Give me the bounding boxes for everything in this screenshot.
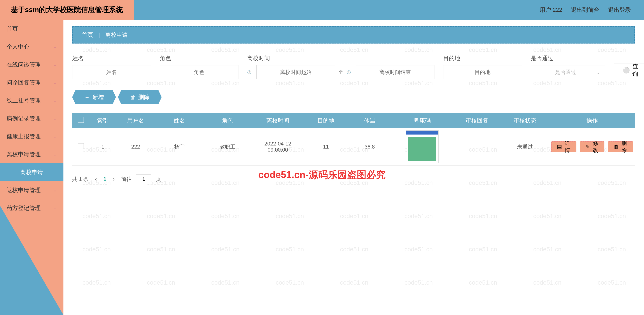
select-placeholder: 是否通过	[535, 69, 596, 76]
cell-review-status: 未通过	[501, 143, 549, 150]
breadcrumb: 首页 | 离校申请	[72, 26, 635, 44]
th-operations: 操作	[549, 117, 635, 124]
sidebar-item-leave-apply[interactable]: 离校申请管理⌄	[0, 145, 64, 163]
edit-button[interactable]: ✎修改	[580, 141, 604, 152]
filter-name: 姓名	[72, 54, 151, 79]
search-icon: ⚪	[623, 67, 630, 74]
sidebar-item-case-records[interactable]: 病例记录管理⌄	[0, 110, 64, 127]
back-to-front-link[interactable]: 退出到前台	[571, 6, 600, 14]
header-brand: 基于ssm的大学校医院信息管理系统	[0, 0, 134, 20]
breadcrumb-current: 离校申请	[105, 31, 128, 39]
th-health-code: 粤康码	[392, 117, 453, 124]
sidebar-submenu-leave-apply[interactable]: 离校申请	[0, 163, 64, 181]
filter-time-label: 离校时间	[247, 54, 434, 62]
top-header: 基于ssm的大学校医院信息管理系统 用户 222 退出到前台 退出登录	[0, 0, 644, 20]
goto-page-input[interactable]	[136, 174, 152, 184]
add-button[interactable]: ＋ 新增	[76, 90, 113, 104]
filter-dest-input[interactable]	[443, 65, 522, 79]
qr-code-thumbnail[interactable]	[406, 130, 438, 163]
filter-role-input[interactable]	[160, 65, 238, 79]
sidebar-submenu-label: 离校申请	[20, 168, 43, 176]
chevron-down-icon: ⌄	[53, 152, 57, 157]
cell-operations: ▤详情 ✎修改 🗑删除	[549, 141, 635, 152]
delete-button-label: 删除	[138, 94, 150, 101]
filter-time-end-input[interactable]	[356, 65, 434, 79]
table-header: 索引 用户名 姓名 角色 离校时间 目的地 体温 粤康码 审核回复 审核状态 操…	[72, 113, 635, 128]
th-review-status: 审核状态	[501, 117, 549, 124]
filter-bar: 姓名 角色 离校时间 🕐 至 🕐 目的地 是否通过 是否通过 ⌄	[72, 54, 635, 79]
cell-role: 教职工	[204, 143, 252, 150]
goto-prefix: 前往	[121, 176, 132, 183]
cell-leave-time: 2022-04-12 09:00:00	[252, 141, 304, 153]
sidebar-item-online-register[interactable]: 线上挂号管理⌄	[0, 92, 64, 110]
chevron-down-icon: ⌄	[53, 44, 57, 49]
sidebar-item-label: 健康上报管理	[6, 132, 41, 140]
sidebar-item-label: 返校申请管理	[6, 186, 41, 194]
op-label: 详情	[564, 140, 571, 154]
th-role: 角色	[204, 117, 252, 124]
filter-name-label: 姓名	[72, 54, 151, 62]
current-page[interactable]: 1	[104, 176, 106, 182]
sidebar-item-profile[interactable]: 个人中心⌄	[0, 38, 64, 56]
th-name: 姓名	[155, 117, 204, 124]
sidebar-item-consult-reply[interactable]: 问诊回复管理⌄	[0, 74, 64, 92]
filter-role-label: 角色	[160, 54, 238, 62]
cell-destination: 11	[304, 144, 348, 150]
cell-username: 222	[116, 144, 155, 150]
pagination-total: 共 1 条	[72, 176, 88, 183]
breadcrumb-separator: |	[98, 32, 100, 38]
filter-name-input[interactable]	[72, 65, 151, 79]
cell-health-code	[392, 128, 453, 166]
header-actions: 用户 222 退出到前台 退出登录	[134, 0, 644, 20]
table-row: 1 222 杨宇 教职工 2022-04-12 09:00:00 11 36.8…	[72, 128, 635, 166]
chevron-down-icon: ⌄	[53, 80, 57, 85]
sidebar-item-label: 线上挂号管理	[6, 97, 41, 104]
search-button-label: 查询	[632, 62, 638, 78]
filter-dest-label: 目的地	[443, 54, 522, 62]
th-review-reply: 审核回复	[453, 117, 501, 124]
breadcrumb-home[interactable]: 首页	[82, 31, 93, 39]
chevron-down-icon: ⌄	[53, 98, 57, 103]
sidebar-item-return-apply[interactable]: 返校申请管理⌄	[0, 181, 64, 199]
next-page-button[interactable]: ›	[111, 176, 117, 182]
sidebar-item-label: 在线问诊管理	[6, 61, 41, 68]
prev-page-button[interactable]: ‹	[93, 176, 99, 182]
op-label: 修改	[592, 140, 599, 154]
sidebar-item-online-consult[interactable]: 在线问诊管理⌄	[0, 56, 64, 74]
filter-time-start-input[interactable]	[256, 65, 335, 79]
sidebar-item-home[interactable]: 首页	[0, 20, 64, 38]
add-button-label: 新增	[92, 94, 104, 101]
pagination: 共 1 条 ‹ 1 › 前往 页	[72, 174, 635, 184]
delete-button[interactable]: 🗑 删除	[121, 90, 158, 104]
edit-icon: ✎	[586, 144, 590, 150]
clock-icon: 🕐	[247, 70, 252, 74]
sidebar-item-health-report[interactable]: 健康上报管理⌄	[0, 127, 64, 145]
data-table: 索引 用户名 姓名 角色 离校时间 目的地 体温 粤康码 审核回复 审核状态 操…	[72, 113, 635, 166]
filter-pass-select[interactable]: 是否通过 ⌄	[531, 65, 605, 79]
cell-index: 1	[90, 144, 116, 150]
chevron-down-icon: ⌄	[53, 62, 57, 67]
detail-icon: ▤	[557, 144, 562, 150]
chevron-down-icon: ⌄	[53, 134, 57, 139]
goto-suffix: 页	[156, 176, 161, 183]
logout-link[interactable]: 退出登录	[608, 6, 631, 14]
select-all-checkbox[interactable]	[78, 117, 84, 123]
search-button[interactable]: ⚪ 查询	[614, 63, 644, 77]
row-checkbox[interactable]	[78, 143, 84, 149]
clock-icon: 🕐	[346, 70, 351, 74]
th-destination: 目的地	[304, 117, 348, 124]
plus-icon: ＋	[84, 94, 90, 101]
th-temperature: 体温	[348, 117, 392, 124]
detail-button[interactable]: ▤详情	[551, 141, 576, 152]
th-index: 索引	[90, 117, 116, 124]
row-delete-button[interactable]: 🗑删除	[608, 141, 633, 152]
filter-pass-label: 是否通过	[531, 54, 605, 62]
chevron-down-icon: ⌄	[53, 188, 57, 193]
sidebar-item-label: 离校申请管理	[6, 150, 41, 158]
filter-pass: 是否通过 是否通过 ⌄	[531, 54, 605, 79]
th-leave-time: 离校时间	[252, 117, 304, 124]
filter-destination: 目的地	[443, 54, 522, 79]
trash-icon: 🗑	[614, 144, 619, 150]
sidebar-item-label: 问诊回复管理	[6, 79, 41, 86]
user-label[interactable]: 用户 222	[540, 6, 562, 14]
